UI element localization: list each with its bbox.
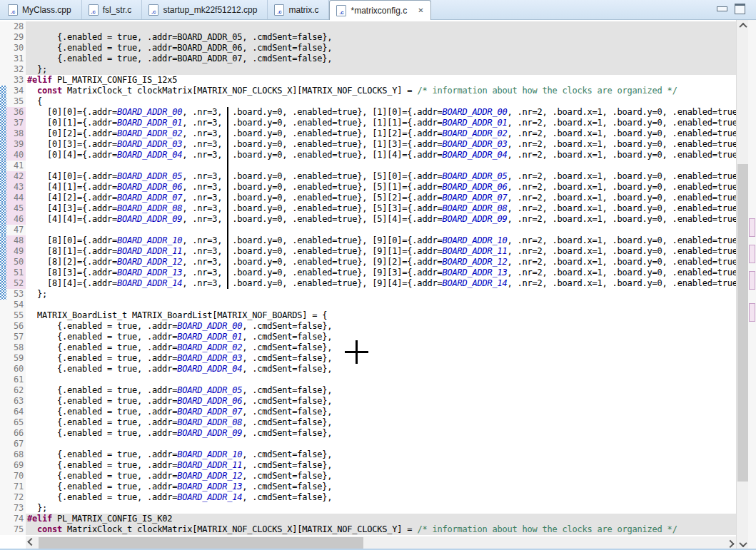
- line-number[interactable]: 58: [6, 342, 26, 353]
- line-number[interactable]: 55: [6, 310, 26, 321]
- line-number[interactable]: 50: [6, 257, 26, 268]
- line-number[interactable]: 74: [6, 514, 26, 524]
- code-text[interactable]: #elif PL_MATRIX_CONFIG_IS_12x5: [26, 75, 736, 86]
- minimize-icon[interactable]: [717, 6, 727, 11]
- line-number[interactable]: 42: [6, 171, 26, 182]
- vertical-scrollbar-thumb[interactable]: [737, 164, 748, 482]
- code-text[interactable]: {.enabled = true, .addr=BOARD_ADDR_13, .…: [26, 482, 736, 492]
- line-number[interactable]: 71: [6, 482, 26, 492]
- code-text[interactable]: {.enabled = true, .addr=BOARD_ADDR_14, .…: [26, 492, 736, 503]
- code-text[interactable]: {: [26, 96, 736, 107]
- occurrence-annotation-mark[interactable]: [749, 303, 755, 322]
- code-text[interactable]: {.enabled = true, .addr=BOARD_ADDR_04, .…: [26, 364, 736, 375]
- line-number[interactable]: 28: [6, 21, 26, 32]
- editor-tab[interactable]: .c*matrixconfig.c✕: [329, 0, 430, 20]
- code-text[interactable]: [26, 375, 736, 385]
- code-text[interactable]: {.enabled = true, .addr=BOARD_ADDR_00, .…: [26, 321, 736, 332]
- line-number[interactable]: 44: [6, 193, 26, 203]
- code-text[interactable]: [4][2]={.addr=BOARD_ADDR_07, .nr=3, .boa…: [26, 193, 736, 203]
- line-number[interactable]: 65: [6, 417, 26, 428]
- code-editor[interactable]: 2829 {.enabled = true, .addr=BOARD_ADDR_…: [0, 20, 736, 536]
- line-number[interactable]: 73: [6, 503, 26, 514]
- code-text[interactable]: [26, 225, 736, 235]
- line-number[interactable]: 40: [6, 150, 26, 161]
- code-text[interactable]: [26, 439, 736, 449]
- code-text[interactable]: [0][1]={.addr=BOARD_ADDR_01, .nr=3, .boa…: [26, 118, 736, 128]
- line-number[interactable]: 41: [6, 161, 26, 171]
- code-text[interactable]: {.enabled = true, .addr=BOARD_ADDR_03, .…: [26, 353, 736, 364]
- code-text[interactable]: {.enabled = true, .addr=BOARD_ADDR_07, .…: [26, 54, 736, 64]
- overview-ruler[interactable]: [748, 20, 756, 550]
- line-number[interactable]: 68: [6, 449, 26, 460]
- editor-tab[interactable]: .cmatrix.c: [268, 0, 329, 19]
- code-text[interactable]: {.enabled = true, .addr=BOARD_ADDR_10, .…: [26, 449, 736, 460]
- code-text[interactable]: [4][0]={.addr=BOARD_ADDR_05, .nr=3, .boa…: [26, 171, 736, 182]
- code-text[interactable]: {.enabled = true, .addr=BOARD_ADDR_11, .…: [26, 460, 736, 471]
- code-text[interactable]: {.enabled = true, .addr=BOARD_ADDR_06, .…: [26, 43, 736, 54]
- line-number[interactable]: 31: [6, 54, 26, 64]
- line-number[interactable]: 33: [6, 75, 26, 86]
- line-number[interactable]: 39: [6, 139, 26, 150]
- scroll-down-icon[interactable]: [737, 539, 749, 550]
- line-number[interactable]: 63: [6, 396, 26, 407]
- line-number[interactable]: 70: [6, 471, 26, 482]
- code-text[interactable]: {.enabled = true, .addr=BOARD_ADDR_05, .…: [26, 385, 736, 396]
- line-number[interactable]: 75: [6, 524, 26, 535]
- line-number[interactable]: 45: [6, 203, 26, 214]
- editor-tab[interactable]: .cMyClass.cpp: [1, 0, 82, 19]
- code-text[interactable]: {.enabled = true, .addr=BOARD_ADDR_09, .…: [26, 428, 736, 439]
- line-number[interactable]: 54: [6, 300, 26, 310]
- code-text[interactable]: {.enabled = true, .addr=BOARD_ADDR_05, .…: [26, 32, 736, 43]
- occurrence-annotation-mark[interactable]: [749, 271, 755, 290]
- code-text[interactable]: [26, 300, 736, 310]
- code-text[interactable]: {.enabled = true, .addr=BOARD_ADDR_07, .…: [26, 407, 736, 417]
- line-number[interactable]: 30: [6, 43, 26, 54]
- code-text[interactable]: [26, 161, 736, 171]
- code-text[interactable]: [0][2]={.addr=BOARD_ADDR_02, .nr=3, .boa…: [26, 128, 736, 139]
- code-text[interactable]: {.enabled = true, .addr=BOARD_ADDR_12, .…: [26, 471, 736, 482]
- line-number[interactable]: 66: [6, 428, 26, 439]
- line-number[interactable]: 38: [6, 128, 26, 139]
- code-text[interactable]: {.enabled = true, .addr=BOARD_ADDR_08, .…: [26, 417, 736, 428]
- code-text[interactable]: [26, 21, 736, 32]
- line-number[interactable]: 37: [6, 118, 26, 128]
- line-number[interactable]: 29: [6, 32, 26, 43]
- line-number[interactable]: 36: [6, 107, 26, 118]
- code-text[interactable]: MATRIX_BoardList_t MATRIX_BoardList[MATR…: [26, 310, 736, 321]
- occurrence-annotation-mark[interactable]: [749, 218, 755, 237]
- code-text[interactable]: [4][3]={.addr=BOARD_ADDR_08, .nr=3, .boa…: [26, 203, 736, 214]
- close-icon[interactable]: ✕: [418, 7, 423, 14]
- line-number[interactable]: 32: [6, 64, 26, 75]
- code-text[interactable]: [8][1]={.addr=BOARD_ADDR_11, .nr=3, .boa…: [26, 246, 736, 257]
- code-text[interactable]: {.enabled = true, .addr=BOARD_ADDR_01, .…: [26, 332, 736, 342]
- code-text[interactable]: [0][4]={.addr=BOARD_ADDR_04, .nr=3, .boa…: [26, 150, 736, 161]
- horizontal-scrollbar-thumb[interactable]: [39, 537, 363, 549]
- line-number[interactable]: 48: [6, 235, 26, 246]
- scroll-up-icon[interactable]: [737, 20, 749, 31]
- line-number[interactable]: 35: [6, 96, 26, 107]
- code-text[interactable]: };: [26, 503, 736, 514]
- line-number[interactable]: 56: [6, 321, 26, 332]
- code-text[interactable]: };: [26, 289, 736, 300]
- code-text[interactable]: [4][4]={.addr=BOARD_ADDR_09, .nr=3, .boa…: [26, 214, 736, 225]
- code-text[interactable]: {.enabled = true, .addr=BOARD_ADDR_06, .…: [26, 396, 736, 407]
- line-number[interactable]: 52: [6, 278, 26, 289]
- line-number[interactable]: 67: [6, 439, 26, 449]
- occurrence-annotation-mark[interactable]: [749, 245, 755, 263]
- line-number[interactable]: 47: [6, 225, 26, 235]
- line-number[interactable]: 62: [6, 385, 26, 396]
- vertical-scrollbar[interactable]: [736, 20, 748, 550]
- editor-tab[interactable]: .cstartup_mk22f51212.cpp: [142, 0, 268, 19]
- code-text[interactable]: #elif PL_MATRIX_CONFIG_IS_K02: [26, 514, 736, 524]
- maximize-icon[interactable]: [735, 4, 745, 14]
- line-number[interactable]: 64: [6, 407, 26, 417]
- line-number[interactable]: 49: [6, 246, 26, 257]
- line-number[interactable]: 46: [6, 214, 26, 225]
- editor-tab[interactable]: .cfsl_str.c: [82, 0, 143, 19]
- code-text[interactable]: const MatrixClock_t clockMatrix[MATRIX_N…: [26, 524, 736, 535]
- line-number[interactable]: 43: [6, 182, 26, 193]
- code-text[interactable]: [0][0]={.addr=BOARD_ADDR_00, .nr=3, .boa…: [26, 107, 736, 118]
- code-text[interactable]: const MatrixClock_t clockMatrix[MATRIX_N…: [26, 86, 736, 96]
- line-number[interactable]: 53: [6, 289, 26, 300]
- line-number[interactable]: 34: [6, 86, 26, 96]
